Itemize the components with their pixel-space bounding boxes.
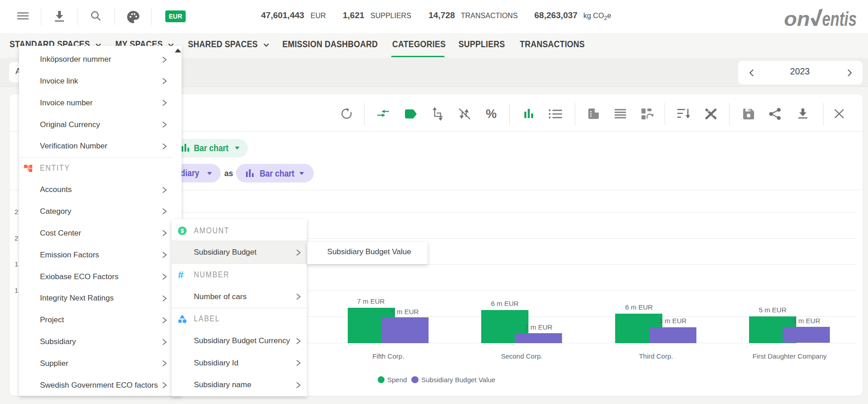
svg-text:entis: entis bbox=[822, 7, 857, 30]
svg-text:on: on bbox=[784, 7, 810, 30]
